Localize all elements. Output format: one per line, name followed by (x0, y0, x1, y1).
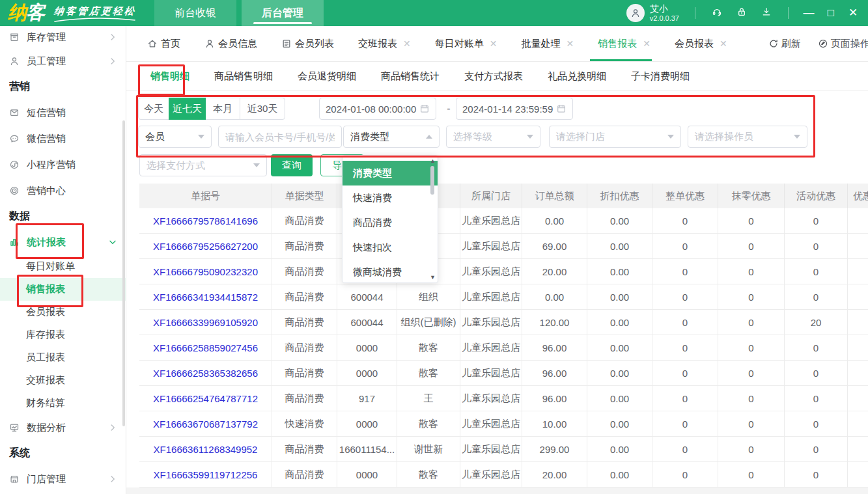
sidebar-item[interactable]: 统计报表 (0, 229, 126, 255)
download-icon[interactable] (761, 7, 772, 20)
subtab-会员退货明细[interactable]: 会员退货明细 (298, 70, 356, 83)
quick-range-近30天[interactable]: 近30天 (240, 98, 285, 120)
order-number-link[interactable]: XF16666341934415872 (139, 284, 272, 310)
topnav-frontdesk-cashier[interactable]: 前台收银 (154, 0, 236, 26)
scroll-up-icon[interactable]: ▲ (430, 158, 435, 163)
table-cell: 120.00 (522, 310, 587, 335)
avatar[interactable] (626, 4, 645, 22)
order-number-link[interactable]: XF16666339969105920 (139, 310, 272, 335)
query-button[interactable]: 查询 (271, 154, 313, 176)
member-level-select[interactable]: 选择等级 (446, 126, 540, 148)
tab-close-icon[interactable]: ✕ (490, 38, 497, 49)
payment-method-select[interactable]: 选择支付方式 (139, 154, 267, 176)
maximize-button[interactable]: □ (820, 0, 842, 26)
dropdown-option-微商城消费[interactable]: 微商城消费 (343, 260, 438, 283)
tab-会员信息[interactable]: 会员信息 (204, 26, 257, 61)
dropdown-option-消费类型[interactable]: 消费类型 (343, 161, 438, 185)
table-cell: 600044 (337, 310, 397, 335)
consume-type-select[interactable]: 消费类型 (343, 126, 440, 148)
sidebar-item[interactable]: 营销中心 (0, 178, 126, 204)
page-operations-button[interactable]: 页面操作 (818, 38, 868, 50)
order-number-link[interactable]: XF16663670687137792 (139, 411, 272, 437)
date-from-input[interactable]: 2024-01-08 00:00:00 (319, 98, 436, 120)
order-number-link[interactable]: XF16666254764787712 (139, 386, 272, 411)
tab-会员列表[interactable]: 会员列表 (281, 26, 334, 61)
order-number-link[interactable]: XF16666258859027456 (139, 335, 272, 361)
table-cell: 0 (718, 234, 785, 259)
tab-close-icon[interactable]: ✕ (566, 38, 574, 49)
sidebar-item[interactable]: 微信营销 (0, 126, 126, 152)
topnav-backend-management[interactable]: 后台管理 (242, 0, 324, 26)
sidebar-subitem[interactable]: 库存报表 (0, 323, 126, 346)
table-cell: 0.00 (587, 208, 652, 234)
tab-close-icon[interactable]: ✕ (643, 38, 651, 49)
table-cell: 10.00 (522, 411, 587, 437)
tab-批量处理[interactable]: 批量处理✕ (521, 26, 574, 61)
order-number-link[interactable]: XF16663599119712256 (139, 462, 272, 487)
tab-close-icon[interactable]: ✕ (720, 38, 727, 49)
sidebar-item[interactable]: 员工管理 (0, 48, 126, 74)
dropdown-option-快速扣次[interactable]: 快速扣次 (343, 235, 438, 260)
sidebar-item[interactable]: 小程序营销 (0, 152, 126, 178)
tab-首页[interactable]: 首页 (147, 26, 180, 61)
table-cell: 商品消费 (272, 234, 337, 259)
sidebar-subitem[interactable]: 员工报表 (0, 346, 126, 369)
dropdown-scrollbar[interactable]: ▲ ▼ (428, 158, 436, 280)
scroll-down-icon[interactable]: ▼ (430, 275, 435, 280)
subtab-商品销售明细[interactable]: 商品销售明细 (214, 70, 273, 83)
dropdown-option-商品消费[interactable]: 商品消费 (343, 210, 438, 235)
page-operations-icon (818, 38, 828, 49)
subtab-销售明细[interactable]: 销售明细 (150, 70, 189, 83)
tab-label: 批量处理 (521, 38, 560, 50)
refresh-button[interactable]: 刷新 (768, 38, 801, 50)
service-icon[interactable] (712, 7, 722, 20)
tab-销售报表[interactable]: 销售报表✕ (598, 26, 651, 61)
subtab-子卡消费明细[interactable]: 子卡消费明细 (631, 70, 690, 83)
sidebar-subitem[interactable]: 每日对账单 (0, 255, 126, 278)
quick-range-今天[interactable]: 今天 (138, 98, 169, 120)
tab-每日对账单[interactable]: 每日对账单✕ (435, 26, 497, 61)
sidebar-item-label: 数据分析 (27, 422, 107, 434)
quick-range-近七天[interactable]: 近七天 (169, 98, 206, 120)
order-number-link[interactable]: XF16666258365382656 (139, 361, 272, 386)
table-header-row: 单据号单据类型所属门店订单总额折扣优惠整单优惠抹零优惠活动优惠优惠券 (139, 184, 868, 208)
sidebar-subitem[interactable]: 财务结算 (0, 392, 126, 415)
order-number-link[interactable]: XF16666795256627200 (139, 234, 272, 259)
member-search-input[interactable] (218, 126, 342, 148)
sidebar-item[interactable]: 门店管理 (0, 466, 126, 492)
sidebar-scrollbar[interactable] (122, 120, 125, 426)
table-cell: 20 (785, 310, 848, 335)
date-to-input[interactable]: 2024-01-14 23:59:59 (456, 98, 573, 120)
tab-交班报表[interactable]: 交班报表✕ (358, 26, 411, 61)
sidebar-subitem[interactable]: 会员报表 (0, 301, 126, 323)
table-cell: 商品消费 (272, 386, 337, 411)
chevron-down-icon (107, 237, 118, 247)
operator-select[interactable]: 请选择操作员 (688, 126, 807, 148)
sidebar-subitem[interactable]: 交班报表 (0, 369, 126, 392)
minimize-button[interactable]: — (798, 0, 820, 26)
sidebar-item-label: 微信营销 (27, 133, 118, 145)
sidebar-item-label: 短信营销 (27, 107, 118, 119)
sidebar-item[interactable]: 数据分析 (0, 415, 126, 441)
quick-range-本月[interactable]: 本月 (205, 98, 240, 120)
table-cell (848, 462, 868, 487)
sidebar-item[interactable]: 短信营销 (0, 100, 126, 126)
order-number-link[interactable]: XF16666795786141696 (139, 208, 272, 234)
close-button[interactable]: ✕ (842, 0, 864, 26)
lock-icon[interactable] (736, 7, 747, 20)
order-number-link[interactable]: XF16666795090232320 (139, 259, 272, 284)
order-number-link[interactable]: XF16663611268349952 (139, 437, 272, 462)
subtab-礼品兑换明细[interactable]: 礼品兑换明细 (548, 70, 606, 83)
subtab-支付方式报表[interactable]: 支付方式报表 (464, 70, 523, 83)
tab-会员报表[interactable]: 会员报表✕ (675, 26, 727, 61)
chevron-right-icon (107, 56, 118, 66)
member-type-select[interactable]: 会员 (138, 126, 212, 148)
sidebar-item[interactable]: 库存管理 (0, 26, 126, 48)
dropdown-option-快速消费[interactable]: 快速消费 (343, 185, 438, 210)
tab-close-icon[interactable]: ✕ (403, 38, 411, 49)
table-cell: 0 (718, 335, 785, 361)
store-select[interactable]: 请选择门店 (549, 126, 681, 148)
sidebar-subitem[interactable]: 销售报表 (0, 278, 126, 301)
scrollbar-thumb[interactable] (430, 166, 434, 195)
subtab-商品销售统计[interactable]: 商品销售统计 (381, 70, 440, 83)
